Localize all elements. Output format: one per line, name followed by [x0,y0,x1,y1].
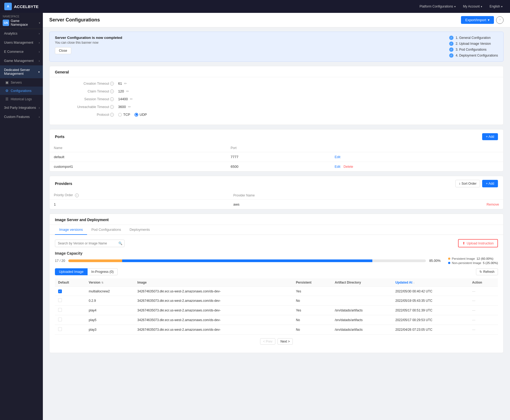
image-action-row: Uploaded Image In-Progress (0) ↻ Refresh [55,268,498,275]
port-edit-button[interactable]: Edit [335,155,340,159]
top-navigation: A ACCELBYTE Platform Configurations ▾ My… [0,0,510,13]
chevron-right-icon: › [39,60,40,62]
upload-instruction-button[interactable]: ⬆ Upload Instruction [458,239,498,247]
table-row: 1 aws Remove [50,200,503,209]
row-default: ✓ [55,287,85,296]
info-icon[interactable]: i [110,90,114,93]
provider-name-col: Provider Name [229,191,390,200]
row-default [55,296,85,306]
help-button[interactable]: ? [496,16,504,24]
export-import-button[interactable]: Export/Import ▾ [461,16,494,24]
protocol-row: Protocol i TCP UDP [55,113,498,117]
page-title: Server Configurations [49,17,100,23]
tab-pod-configurations[interactable]: Pod Configurations [87,225,125,235]
row-default [55,306,85,315]
step-check-icon: ✓ [449,42,453,46]
provider-remove-button[interactable]: Remove [486,203,499,206]
banner-close-button[interactable]: Close [55,47,71,54]
chevron-right-icon: › [39,116,40,118]
port-actions: Edit [330,152,503,162]
providers-add-button[interactable]: + Add [482,180,498,187]
info-icon[interactable]: i [110,105,114,109]
col-updated[interactable]: Updated At ↓ [392,278,469,287]
image-server-header: Image Server and Deployment [50,214,503,225]
info-icon[interactable]: i [110,113,114,117]
namespace-selector[interactable]: GN Game Namespace ▾ [3,19,40,27]
default-checkbox[interactable] [58,308,62,312]
default-checkbox[interactable]: ✓ [58,289,62,293]
namespace-name: Game Namespace [11,19,37,27]
platform-configurations-button[interactable]: Platform Configurations ▾ [416,3,459,10]
default-checkbox[interactable] [58,298,62,302]
sidebar-subitem-historical-logs[interactable]: ☰ Historical Logs [0,95,43,103]
refresh-button[interactable]: ↻ Refresh [476,268,498,275]
radio-tcp [118,113,122,117]
row-persistent: No [293,315,332,325]
row-image: 342674635073.dkr.ecr.us-west-2.amazonaws… [134,296,293,306]
sidebar-item-users-management[interactable]: Users Management › [0,38,43,47]
tab-image-versions[interactable]: Image versions [55,225,87,235]
prev-page-button[interactable]: < Prev [260,338,275,345]
sidebar-item-dedicated-server[interactable]: Dedicated Server Management ▾ [0,65,43,78]
port-edit-button[interactable]: Edit [335,165,340,169]
ports-table: Name Port default 7777 Edit [50,144,503,171]
row-action: — [469,306,498,315]
port-delete-button[interactable]: Delete [343,165,353,169]
search-input[interactable] [55,240,125,247]
default-checkbox[interactable] [58,327,62,331]
row-persistent: No [293,296,332,306]
banner-steps: ✓ 1. General Configuration ✓ 2. Upload I… [449,36,498,58]
my-account-button[interactable]: My Account ▾ [460,3,485,10]
sidebar-item-ecommerce[interactable]: E Commerce › [0,47,43,56]
providers-actions: ↕ Sort Order + Add [455,180,498,187]
row-updated: 2022/04/26 07:23:05 UTC [392,325,469,334]
protocol-udp-option[interactable]: UDP [134,113,147,117]
next-page-button[interactable]: Next > [278,338,293,345]
sidebar-item-game-management[interactable]: Game Management › [0,56,43,65]
default-checkbox[interactable] [58,318,62,321]
namespace-avatar: GN [3,20,9,26]
ports-add-button[interactable]: + Add [482,133,498,140]
sidebar-subitem-configurations[interactable]: ⚙ Configurations [0,87,43,95]
banner-title: Server Configuration is now completed [55,36,122,40]
edit-icon[interactable]: ✏ [126,89,129,93]
table-row: customport1 6500 Edit Delete [50,162,503,172]
providers-table: Priority Order i Provider Name 1 aws [50,191,503,209]
sidebar-item-3rd-party[interactable]: 3rd Party Integrations › [0,103,43,112]
row-action: — [469,296,498,306]
tab-deployments[interactable]: Deployments [125,225,154,235]
row-updated: 2022/05/17 00:29:53 UTC [392,315,469,325]
unreachable-timeout-row: Unreachable Timeout i 3600 ✏ [55,105,498,109]
images-table: Default Version ⇅ Image Persistent Artif… [55,278,498,334]
sidebar-item-analytics[interactable]: Analytics › [0,29,43,38]
col-artifact: Artifact Directory [332,278,392,287]
info-icon[interactable]: i [110,97,114,101]
in-progress-tab[interactable]: In-Progress (0) [88,268,118,275]
protocol-tcp-option[interactable]: TCP [118,113,130,117]
language-button[interactable]: English ▾ [486,3,506,10]
sidebar-item-custom-features[interactable]: Custom Features › [0,112,43,121]
sidebar: NAMESPACE GN Game Namespace ▾ Analytics … [0,13,43,420]
edit-icon[interactable]: ✏ [124,81,127,86]
port-number: 6500 [226,162,330,172]
image-server-title: Image Server and Deployment [55,218,498,222]
gear-icon: ⚙ [5,89,9,93]
capacity-legend: Persistent Image 12 (60.00%) Non-persist… [448,257,498,265]
info-icon[interactable]: i [75,194,79,197]
edit-icon[interactable]: ✏ [128,105,131,109]
col-version[interactable]: Version ⇅ [85,278,134,287]
upload-icon: ⬆ [462,241,465,245]
banner-step-4: ✓ 4. Deployment Configurations [449,53,498,58]
provider-action-col [390,191,503,200]
uploaded-image-tab[interactable]: Uploaded Image [55,268,88,275]
edit-icon[interactable]: ✏ [130,97,133,101]
row-persistent: Yes [293,306,332,315]
sort-order-button[interactable]: ↕ Sort Order [455,180,480,187]
chevron-right-icon: › [39,32,40,35]
capacity-title: Image Capacity [55,251,498,255]
port-name: default [50,152,226,162]
info-icon[interactable]: i [110,82,114,86]
sidebar-subitem-servers[interactable]: ▣ Servers [0,78,43,87]
row-artifact: /srv/datads/artifacts [332,306,392,315]
provider-name-value: aws [229,200,390,209]
